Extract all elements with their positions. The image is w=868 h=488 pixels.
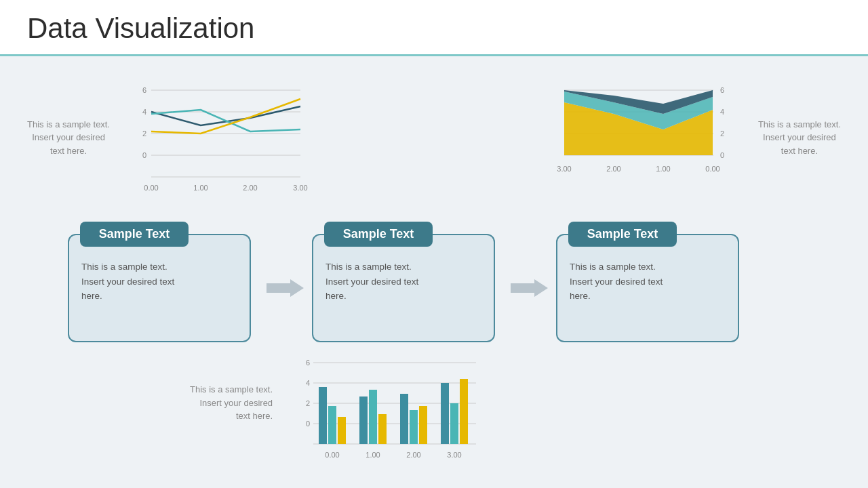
line-chart: 6 4 2 0 0.00 1.00 2.00 3.00: [121, 77, 317, 199]
svg-text:0: 0: [720, 151, 724, 159]
svg-rect-49: [400, 394, 408, 444]
svg-text:4: 4: [142, 108, 146, 116]
svg-text:4: 4: [306, 379, 310, 387]
area-chart: 6 4 2 0 3.00 2.00 1.00 0.00: [557, 77, 747, 199]
area-chart-label: This is a sample text.Insert your desire…: [758, 118, 841, 158]
svg-rect-46: [359, 396, 368, 444]
card-2: Sample Text This is a sample text.Insert…: [312, 234, 495, 342]
svg-rect-52: [441, 383, 449, 444]
svg-text:6: 6: [142, 86, 146, 94]
top-row: This is a sample text.Insert your desire…: [27, 70, 841, 199]
svg-text:2.00: 2.00: [406, 451, 420, 459]
svg-rect-48: [378, 414, 387, 444]
svg-text:6: 6: [720, 86, 724, 94]
svg-text:1.00: 1.00: [366, 451, 380, 459]
card-1: Sample Text This is a sample text.Insert…: [68, 234, 251, 342]
svg-text:2.00: 2.00: [243, 184, 257, 192]
svg-rect-54: [460, 379, 468, 444]
svg-text:0: 0: [142, 151, 146, 159]
svg-text:2.00: 2.00: [606, 165, 620, 173]
bar-chart: 6 4 2 0 0.00 1.00 2.00 3.00: [286, 356, 490, 474]
card-1-body: This is a sample text.Insert your desire…: [81, 260, 237, 304]
svg-text:1.00: 1.00: [656, 165, 670, 173]
svg-rect-43: [319, 387, 327, 444]
arrow-icon-1: [267, 278, 304, 298]
svg-rect-50: [410, 410, 418, 444]
svg-text:0.00: 0.00: [705, 165, 719, 173]
card-3-header: Sample Text: [568, 222, 677, 247]
svg-rect-53: [450, 403, 458, 444]
svg-text:0.00: 0.00: [325, 451, 339, 459]
main-content: This is a sample text.Insert your desire…: [0, 56, 868, 488]
svg-text:3.00: 3.00: [447, 451, 461, 459]
bar-chart-label: This is a sample text.Insert your desire…: [190, 383, 273, 423]
svg-text:3.00: 3.00: [293, 184, 307, 192]
card-2-header: Sample Text: [324, 222, 433, 247]
bottom-row: This is a sample text.Insert your desire…: [190, 356, 841, 474]
svg-marker-28: [267, 279, 304, 297]
arrow-2: [509, 278, 549, 298]
svg-text:0.00: 0.00: [144, 184, 158, 192]
line-chart-label: This is a sample text.Insert your desire…: [27, 118, 110, 158]
card-1-header: Sample Text: [80, 222, 189, 247]
page: Data Visualization This is a sample text…: [0, 0, 868, 488]
arrow-1: [264, 278, 305, 298]
svg-text:1.00: 1.00: [193, 184, 208, 192]
area-chart-block: 6 4 2 0 3.00 2.00 1.00 0.00: [557, 77, 841, 199]
svg-text:2: 2: [142, 129, 146, 138]
svg-text:4: 4: [720, 108, 724, 116]
line-chart-block: This is a sample text.Insert your desire…: [27, 77, 317, 199]
svg-text:2: 2: [720, 129, 724, 138]
svg-rect-51: [419, 406, 427, 444]
svg-text:2: 2: [306, 399, 310, 407]
svg-text:3.00: 3.00: [557, 165, 572, 173]
page-header: Data Visualization: [0, 0, 868, 56]
svg-text:0: 0: [306, 420, 310, 428]
card-3: Sample Text This is a sample text.Insert…: [556, 234, 739, 342]
svg-text:6: 6: [306, 359, 310, 367]
cards-row: Sample Text This is a sample text.Insert…: [27, 220, 841, 342]
svg-marker-29: [511, 279, 548, 297]
card-2-body: This is a sample text.Insert your desire…: [326, 260, 481, 304]
svg-rect-44: [328, 406, 336, 444]
arrow-icon-2: [511, 278, 548, 298]
svg-rect-47: [369, 390, 377, 444]
card-3-body: This is a sample text.Insert your desire…: [570, 260, 726, 304]
page-title: Data Visualization: [27, 12, 841, 45]
svg-rect-45: [338, 417, 346, 444]
